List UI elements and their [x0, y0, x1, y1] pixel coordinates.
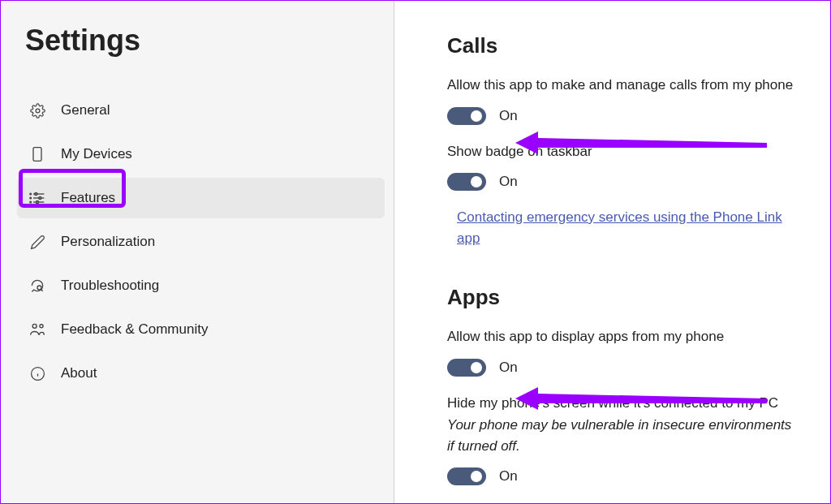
- apps-allow-desc: Allow this app to display apps from my p…: [447, 326, 798, 347]
- svg-point-13: [32, 324, 37, 328]
- sidebar-item-label: Feedback & Community: [61, 321, 208, 338]
- info-icon: [28, 364, 46, 382]
- sidebar-item-label: Features: [61, 190, 115, 206]
- gear-icon: [28, 101, 46, 119]
- calls-badge-toggle[interactable]: [447, 173, 486, 191]
- troubleshoot-icon: [28, 277, 46, 295]
- pen-icon: [28, 233, 46, 251]
- calls-badge-toggle-row: On: [447, 173, 798, 191]
- apps-allow-toggle[interactable]: [447, 359, 486, 377]
- phone-icon: [28, 145, 46, 163]
- sidebar-item-personalization[interactable]: Personalization: [17, 222, 385, 262]
- sidebar-item-label: My Devices: [61, 146, 132, 162]
- sidebar-item-about[interactable]: About: [17, 353, 385, 394]
- sidebar-item-general[interactable]: General: [17, 90, 385, 131]
- toggle-state-label: On: [499, 108, 518, 124]
- calls-allow-toggle-row: On: [447, 107, 798, 125]
- sidebar-item-label: Personalization: [61, 234, 155, 250]
- sidebar-item-label: Troubleshooting: [61, 278, 159, 294]
- sidebar-item-feedback[interactable]: Feedback & Community: [17, 309, 385, 350]
- emergency-services-link[interactable]: Contacting emergency services using the …: [457, 207, 798, 248]
- apps-hide-toggle[interactable]: [447, 467, 486, 485]
- svg-rect-1: [33, 148, 41, 162]
- svg-line-12: [41, 289, 42, 291]
- calls-badge-desc: Show badge on taskbar: [447, 141, 798, 162]
- main-content: Calls Allow this app to make and manage …: [394, 1, 830, 503]
- sidebar-item-label: General: [61, 102, 110, 118]
- apps-hide-toggle-row: On: [447, 467, 798, 485]
- apps-allow-toggle-row: On: [447, 359, 798, 377]
- svg-point-6: [30, 197, 32, 199]
- toggle-state-label: On: [499, 468, 518, 485]
- features-icon: [28, 189, 46, 207]
- toggle-state-label: On: [499, 174, 518, 190]
- toggle-state-label: On: [499, 360, 518, 376]
- calls-allow-toggle[interactable]: [447, 107, 486, 125]
- people-icon: [28, 321, 46, 338]
- section-calls-title: Calls: [447, 33, 798, 58]
- sidebar-item-troubleshooting[interactable]: Troubleshooting: [17, 265, 385, 306]
- svg-point-7: [30, 201, 32, 203]
- page-title: Settings: [1, 1, 394, 58]
- section-apps-title: Apps: [447, 285, 798, 310]
- svg-point-0: [36, 109, 40, 113]
- sidebar-item-my-devices[interactable]: My Devices: [17, 134, 385, 174]
- apps-hide-note: Your phone may be vulnerable in insecure…: [447, 415, 798, 456]
- svg-point-5: [30, 193, 32, 195]
- sidebar-item-features[interactable]: Features: [17, 178, 385, 218]
- apps-hide-desc: Hide my phone's screen while it's connec…: [447, 393, 798, 414]
- calls-allow-desc: Allow this app to make and manage calls …: [447, 75, 798, 96]
- nav-list: General My Devices Features Personalizat…: [1, 90, 394, 394]
- sidebar-item-label: About: [61, 365, 97, 381]
- sidebar: Settings General My Devices Features: [1, 1, 394, 503]
- svg-point-14: [40, 325, 43, 328]
